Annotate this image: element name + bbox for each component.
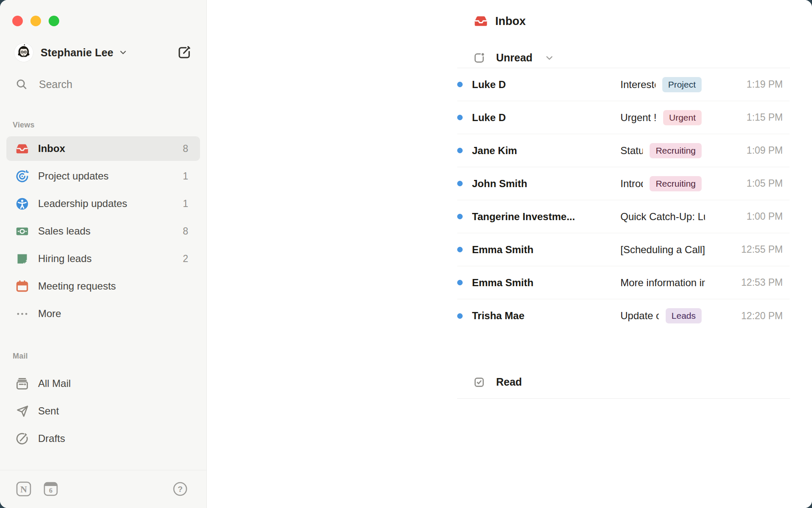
email-subject: Urgent ! Access needed to teamspace (620, 112, 656, 124)
sidebar-item-label: Project updates (38, 170, 109, 182)
ellipsis-icon (15, 307, 29, 321)
banknote-icon (15, 224, 29, 238)
unread-dot-icon (457, 313, 463, 319)
account-switcher[interactable]: Stephanie Lee (14, 43, 192, 62)
email-sender: Luke D (472, 112, 609, 124)
send-icon (15, 404, 29, 418)
mail-list-panel: Inbox Auto label (207, 0, 812, 508)
email-time: 12:20 PM (705, 310, 790, 322)
sidebar-item-label: More (38, 308, 61, 320)
email-subject: Interested in project Lumi, open to a co… (620, 79, 656, 91)
unread-dot-icon (457, 148, 463, 153)
draft-icon (15, 432, 29, 446)
views-nav: Inbox 8 Project updates 1 (6, 136, 200, 329)
unread-count: 1 (183, 198, 188, 210)
email-subject: [Scheduling a Call] Emma Smith, Horizon … (620, 244, 705, 256)
read-checkbox-icon (473, 376, 485, 388)
email-row[interactable]: Jane Kim Status of open program manager … (457, 134, 790, 167)
email-subject: Status of open program manager role (620, 145, 643, 157)
email-row[interactable]: Emma Smith More information in Lumi Inc.… (457, 266, 790, 299)
person-circle-icon (15, 197, 29, 211)
chevron-down-icon (118, 48, 128, 57)
compose-button[interactable] (177, 45, 192, 60)
unread-dot-icon (457, 82, 463, 87)
user-name: Stephanie Lee (41, 47, 113, 59)
sidebar-footer: N 6 ? (0, 470, 206, 508)
sidebar-item-label: Sales leads (38, 225, 91, 237)
sidebar-item-label: Hiring leads (38, 253, 92, 265)
sidebar-item-label: Sent (38, 405, 59, 417)
help-icon[interactable]: ? (172, 480, 189, 497)
email-time: 1:09 PM (705, 145, 790, 156)
email-time: 1:19 PM (705, 79, 790, 90)
sidebar-item-leadership-updates[interactable]: Leadership updates 1 (6, 191, 200, 216)
calendar-badge-number: 6 (49, 487, 52, 494)
notion-badge-icon[interactable]: N (15, 480, 32, 497)
unread-section-header[interactable]: Unread (473, 52, 554, 64)
sidebar-item-label: Drafts (38, 433, 65, 444)
sidebar-item-all-mail[interactable]: All Mail (6, 371, 200, 396)
search-icon (15, 78, 28, 91)
help-glyph: ? (178, 485, 183, 494)
email-row[interactable]: John Smith Introduction Call - Sales Rol… (457, 167, 790, 200)
email-sender: Jane Kim (472, 145, 609, 157)
email-row[interactable]: Luke D Urgent ! Access needed to teamspa… (457, 101, 790, 134)
unread-dot-icon (457, 214, 463, 219)
email-sender: Emma Smith (472, 277, 609, 289)
calendar-badge-icon[interactable]: 6 (42, 480, 59, 497)
unread-email-list: Luke D Interested in project Lumi, open … (457, 68, 790, 332)
unread-dot-icon (457, 115, 463, 120)
unread-dot-icon (457, 247, 463, 252)
email-subject: Quick Catch-Up: Lumi Inc. 2025 Financial… (620, 211, 705, 223)
email-label: Recruiting (650, 176, 702, 191)
inbox-icon (15, 142, 29, 156)
sidebar-item-label: Inbox (38, 143, 65, 155)
sidebar-item-drafts[interactable]: Drafts (6, 426, 200, 451)
email-row[interactable]: Emma Smith [Scheduling a Call] Emma Smit… (457, 233, 790, 266)
email-row[interactable]: Luke D Interested in project Lumi, open … (457, 68, 790, 101)
app-window: Stephanie Lee Search Views (0, 0, 812, 508)
sidebar-item-project-updates[interactable]: Project updates 1 (6, 164, 200, 188)
page-header: Inbox (474, 14, 526, 28)
sidebar-item-more[interactable]: More (6, 301, 200, 326)
all-mail-icon (15, 377, 29, 391)
unread-dot-icon (457, 280, 463, 285)
unread-checkbox-icon (473, 52, 485, 64)
sidebar-item-label: Leadership updates (38, 198, 127, 210)
read-section-header[interactable]: Read (473, 376, 522, 388)
sidebar-item-meeting-requests[interactable]: Meeting requests (6, 274, 200, 298)
email-label: Recruiting (650, 143, 702, 158)
search-placeholder: Search (39, 78, 72, 91)
divider (457, 398, 790, 399)
zoom-window-button[interactable] (49, 16, 59, 26)
unread-count: 8 (183, 143, 188, 155)
unread-dot-icon (457, 181, 463, 186)
close-window-button[interactable] (12, 16, 23, 26)
email-time: 1:00 PM (705, 211, 790, 222)
email-subject: More information in Lumi Inc. - Acme Ven… (620, 277, 705, 289)
email-label: Project (662, 77, 702, 92)
unread-count: 2 (183, 253, 188, 265)
window-controls (12, 16, 59, 26)
read-section-label: Read (496, 376, 522, 388)
sidebar-item-inbox[interactable]: Inbox 8 (6, 136, 200, 161)
search-input[interactable]: Search (15, 78, 72, 91)
email-sender: John Smith (472, 178, 609, 190)
email-row[interactable]: Trisha Mae Update on Project Lumi Leads … (457, 299, 790, 332)
minimize-window-button[interactable] (30, 16, 41, 26)
sidebar-item-hiring-leads[interactable]: Hiring leads 2 (6, 246, 200, 271)
email-row[interactable]: Tangerine Investme... Quick Catch-Up: Lu… (457, 200, 790, 233)
sidebar-item-sent[interactable]: Sent (6, 399, 200, 423)
email-sender: Tangerine Investme... (472, 211, 609, 223)
calendar-icon (15, 279, 29, 293)
mail-nav: All Mail Sent Drafts (6, 371, 200, 454)
page-title: Inbox (495, 15, 526, 28)
unread-section-label: Unread (496, 52, 532, 64)
email-time: 1:05 PM (705, 178, 790, 189)
email-time: 12:55 PM (705, 244, 790, 255)
email-sender: Emma Smith (472, 244, 609, 256)
sidebar: Stephanie Lee Search Views (0, 0, 207, 508)
email-sender: Trisha Mae (472, 310, 609, 322)
sidebar-item-sales-leads[interactable]: Sales leads 8 (6, 219, 200, 243)
email-label: Leads (666, 308, 702, 323)
